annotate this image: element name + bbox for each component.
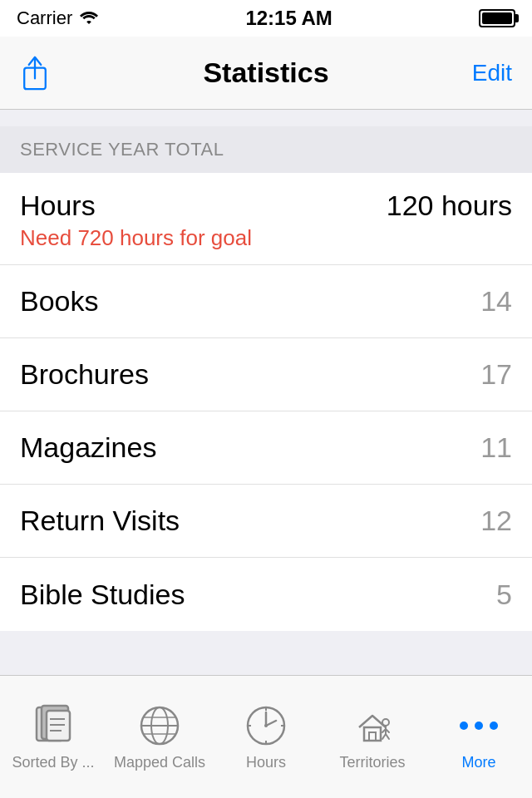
mapped-calls-label: Mapped Calls (114, 754, 205, 771)
nav-bar: Statistics Edit (0, 37, 532, 110)
bible-studies-label: Bible Studies (20, 579, 185, 611)
brochures-value: 17 (480, 358, 512, 391)
carrier-label: Carrier (17, 7, 72, 29)
magazines-label: Magazines (20, 431, 156, 464)
tab-sorted-by[interactable]: Sorted By ... (0, 676, 106, 798)
hours-row[interactable]: Hours 120 hours Need 720 hours for goal (0, 173, 532, 265)
share-button[interactable] (20, 56, 50, 91)
svg-rect-21 (364, 727, 381, 741)
books-label: Books (20, 285, 99, 318)
mapped-calls-icon (136, 702, 183, 749)
tab-more[interactable]: More (426, 676, 532, 798)
tab-bar: Sorted By ... Mapped Calls (0, 675, 532, 798)
hours-tab-icon (243, 702, 289, 749)
svg-point-16 (264, 724, 268, 727)
section-header-label: SERVICE YEAR TOTAL (20, 139, 224, 160)
battery-indicator (479, 9, 515, 27)
status-bar: Carrier 12:15 AM (0, 0, 532, 37)
more-icon (456, 702, 502, 749)
hours-goal: Need 720 hours for goal (20, 225, 512, 251)
section-header: SERVICE YEAR TOTAL (0, 126, 532, 173)
sorted-by-icon (30, 702, 76, 749)
carrier-wifi: Carrier (17, 7, 99, 29)
hours-tab-label: Hours (246, 754, 286, 771)
stat-row-books[interactable]: Books 14 (0, 265, 532, 338)
svg-line-28 (386, 734, 389, 739)
time-label: 12:15 AM (245, 7, 332, 30)
bible-studies-value: 5 (496, 579, 512, 611)
svg-line-15 (266, 721, 276, 726)
stat-row-return-visits[interactable]: Return Visits 12 (0, 485, 532, 558)
stat-row-magazines[interactable]: Magazines 11 (0, 411, 532, 485)
magazines-value: 11 (480, 431, 512, 464)
content-spacer (0, 631, 532, 664)
return-visits-value: 12 (480, 505, 512, 537)
tab-hours[interactable]: Hours (213, 676, 319, 798)
stat-row-bible-studies[interactable]: Bible Studies 5 (0, 558, 532, 631)
books-value: 14 (480, 285, 512, 318)
svg-point-23 (382, 719, 389, 726)
more-label: More (461, 754, 495, 771)
territories-label: Territories (339, 754, 405, 771)
hours-value: 120 hours (387, 190, 512, 222)
tab-territories[interactable]: Territories (319, 676, 426, 798)
territories-icon (349, 702, 396, 749)
hours-label: Hours (20, 190, 96, 222)
wifi-icon (79, 11, 99, 26)
return-visits-label: Return Visits (20, 505, 180, 537)
sorted-by-label: Sorted By ... (12, 754, 94, 771)
stat-row-brochures[interactable]: Brochures 17 (0, 338, 532, 411)
nav-title: Statistics (203, 57, 328, 89)
tab-mapped-calls[interactable]: Mapped Calls (106, 676, 213, 798)
svg-rect-22 (369, 732, 376, 741)
edit-button[interactable]: Edit (472, 60, 512, 86)
brochures-label: Brochures (20, 358, 149, 391)
nav-left[interactable] (20, 56, 50, 91)
content-area: Hours 120 hours Need 720 hours for goal … (0, 173, 532, 631)
